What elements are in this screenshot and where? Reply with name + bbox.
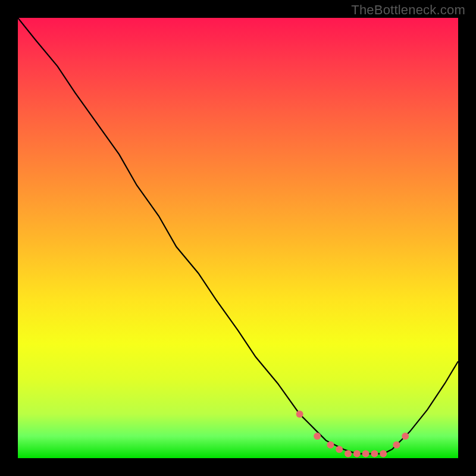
highlight-dots bbox=[296, 411, 409, 458]
highlight-dot bbox=[371, 450, 378, 458]
highlight-dot bbox=[336, 446, 343, 453]
chart-frame: TheBottleneck.com bbox=[0, 0, 476, 476]
highlight-dot bbox=[362, 450, 369, 458]
highlight-dot bbox=[345, 450, 352, 458]
highlight-dot bbox=[314, 433, 321, 440]
highlight-dot bbox=[393, 441, 400, 449]
highlight-dot bbox=[327, 441, 334, 449]
highlight-dot bbox=[380, 450, 387, 458]
watermark-text: TheBottleneck.com bbox=[351, 2, 465, 18]
bottleneck-curve bbox=[18, 18, 458, 454]
curve-svg bbox=[18, 18, 458, 458]
highlight-dot bbox=[402, 433, 409, 440]
highlight-dot bbox=[296, 411, 303, 418]
plot-area bbox=[18, 18, 458, 458]
highlight-dot bbox=[353, 450, 361, 458]
